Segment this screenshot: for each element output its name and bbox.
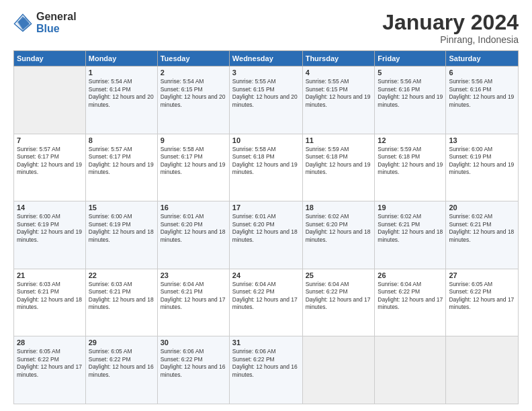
day-info: Sunrise: 6:06 AMSunset: 6:22 PMDaylight:…: [161, 348, 226, 377]
logo: General Blue: [13, 11, 77, 34]
day-info: Sunrise: 6:05 AMSunset: 6:22 PMDaylight:…: [449, 281, 514, 310]
day-number: 4: [306, 68, 372, 77]
day-cell: [14, 66, 86, 134]
logo-text: General Blue: [36, 11, 77, 34]
day-info: Sunrise: 6:04 AMSunset: 6:21 PMDaylight:…: [161, 281, 226, 310]
day-number: 20: [449, 203, 515, 212]
week-row-3: 14 Sunrise: 6:00 AMSunset: 6:19 PMDaylig…: [14, 201, 519, 269]
day-info: Sunrise: 5:54 AMSunset: 6:15 PMDaylight:…: [161, 78, 226, 107]
day-cell: 24 Sunrise: 6:04 AMSunset: 6:22 PMDaylig…: [229, 269, 302, 336]
day-cell: 7 Sunrise: 5:57 AMSunset: 6:17 PMDayligh…: [14, 134, 86, 201]
logo-icon: [13, 13, 32, 32]
day-info: Sunrise: 5:56 AMSunset: 6:16 PMDaylight:…: [449, 78, 514, 107]
day-number: 11: [306, 136, 372, 144]
day-cell: 13 Sunrise: 6:00 AMSunset: 6:19 PMDaylig…: [446, 134, 519, 201]
day-cell: 8 Sunrise: 5:57 AMSunset: 6:17 PMDayligh…: [85, 134, 157, 201]
day-info: Sunrise: 6:04 AMSunset: 6:22 PMDaylight:…: [306, 281, 371, 310]
calendar-body: 1 Sunrise: 5:54 AMSunset: 6:14 PMDayligh…: [14, 66, 519, 404]
day-number: 14: [17, 203, 83, 212]
day-info: Sunrise: 6:01 AMSunset: 6:20 PMDaylight:…: [161, 213, 226, 242]
day-cell: 29 Sunrise: 6:05 AMSunset: 6:22 PMDaylig…: [85, 336, 157, 404]
day-info: Sunrise: 5:55 AMSunset: 6:15 PMDaylight:…: [306, 78, 371, 107]
day-number: 19: [378, 203, 443, 212]
day-info: Sunrise: 5:59 AMSunset: 6:18 PMDaylight:…: [378, 146, 443, 175]
calendar-header: Sunday Monday Tuesday Wednesday Thursday…: [14, 51, 519, 66]
week-row-5: 28 Sunrise: 6:05 AMSunset: 6:22 PMDaylig…: [14, 336, 519, 404]
day-cell: 9 Sunrise: 5:58 AMSunset: 6:17 PMDayligh…: [157, 134, 229, 201]
day-cell: 10 Sunrise: 5:58 AMSunset: 6:18 PMDaylig…: [229, 134, 302, 201]
day-number: 15: [89, 203, 154, 212]
day-cell: 6 Sunrise: 5:56 AMSunset: 6:16 PMDayligh…: [446, 66, 519, 134]
day-number: 22: [89, 271, 154, 279]
day-number: 23: [161, 271, 226, 279]
header-row: Sunday Monday Tuesday Wednesday Thursday…: [14, 51, 519, 66]
day-cell: [302, 336, 375, 404]
day-info: Sunrise: 5:58 AMSunset: 6:17 PMDaylight:…: [161, 146, 226, 175]
day-cell: [375, 336, 446, 404]
day-number: 18: [306, 203, 372, 212]
day-info: Sunrise: 6:02 AMSunset: 6:21 PMDaylight:…: [449, 213, 514, 242]
week-row-2: 7 Sunrise: 5:57 AMSunset: 6:17 PMDayligh…: [14, 134, 519, 201]
day-cell: 17 Sunrise: 6:01 AMSunset: 6:20 PMDaylig…: [229, 201, 302, 269]
day-number: 7: [17, 136, 83, 144]
day-info: Sunrise: 5:55 AMSunset: 6:15 PMDaylight:…: [232, 78, 298, 107]
day-info: Sunrise: 5:57 AMSunset: 6:17 PMDaylight:…: [89, 146, 154, 175]
day-cell: 5 Sunrise: 5:56 AMSunset: 6:16 PMDayligh…: [375, 66, 446, 134]
col-friday: Friday: [375, 51, 446, 66]
day-cell: 23 Sunrise: 6:04 AMSunset: 6:21 PMDaylig…: [157, 269, 229, 336]
day-info: Sunrise: 6:03 AMSunset: 6:21 PMDaylight:…: [89, 281, 154, 310]
day-info: Sunrise: 6:00 AMSunset: 6:19 PMDaylight:…: [449, 146, 514, 175]
day-cell: 18 Sunrise: 6:02 AMSunset: 6:20 PMDaylig…: [302, 201, 375, 269]
day-number: 9: [161, 136, 226, 144]
day-info: Sunrise: 6:00 AMSunset: 6:19 PMDaylight:…: [17, 213, 82, 242]
day-cell: 16 Sunrise: 6:01 AMSunset: 6:20 PMDaylig…: [157, 201, 229, 269]
day-number: 16: [161, 203, 226, 212]
day-cell: [446, 336, 519, 404]
day-number: 21: [17, 271, 83, 279]
logo-general: General: [36, 11, 77, 23]
col-saturday: Saturday: [446, 51, 519, 66]
day-number: 27: [449, 271, 515, 279]
day-info: Sunrise: 6:03 AMSunset: 6:21 PMDaylight:…: [17, 281, 82, 310]
day-info: Sunrise: 6:04 AMSunset: 6:22 PMDaylight:…: [378, 281, 443, 310]
day-info: Sunrise: 6:06 AMSunset: 6:22 PMDaylight:…: [232, 348, 298, 377]
day-number: 12: [378, 136, 443, 144]
day-number: 5: [378, 68, 443, 77]
day-cell: 21 Sunrise: 6:03 AMSunset: 6:21 PMDaylig…: [14, 269, 86, 336]
day-number: 30: [161, 338, 226, 347]
day-number: 17: [232, 203, 300, 212]
day-number: 31: [232, 338, 300, 347]
day-cell: 28 Sunrise: 6:05 AMSunset: 6:22 PMDaylig…: [14, 336, 86, 404]
calendar-table: Sunday Monday Tuesday Wednesday Thursday…: [13, 50, 519, 404]
day-info: Sunrise: 6:04 AMSunset: 6:22 PMDaylight:…: [232, 281, 298, 310]
day-cell: 4 Sunrise: 5:55 AMSunset: 6:15 PMDayligh…: [302, 66, 375, 134]
day-cell: 14 Sunrise: 6:00 AMSunset: 6:19 PMDaylig…: [14, 201, 86, 269]
day-cell: 31 Sunrise: 6:06 AMSunset: 6:22 PMDaylig…: [229, 336, 302, 404]
day-number: 13: [449, 136, 515, 144]
day-info: Sunrise: 6:02 AMSunset: 6:21 PMDaylight:…: [378, 213, 443, 242]
day-number: 29: [89, 338, 154, 347]
day-cell: 20 Sunrise: 6:02 AMSunset: 6:21 PMDaylig…: [446, 201, 519, 269]
day-number: 2: [161, 68, 226, 77]
col-wednesday: Wednesday: [229, 51, 302, 66]
col-tuesday: Tuesday: [157, 51, 229, 66]
day-info: Sunrise: 5:54 AMSunset: 6:14 PMDaylight:…: [89, 78, 154, 107]
day-info: Sunrise: 6:05 AMSunset: 6:22 PMDaylight:…: [89, 348, 154, 377]
col-thursday: Thursday: [302, 51, 375, 66]
logo-blue: Blue: [36, 23, 77, 35]
day-number: 25: [306, 271, 372, 279]
day-number: 8: [89, 136, 154, 144]
day-cell: 25 Sunrise: 6:04 AMSunset: 6:22 PMDaylig…: [302, 269, 375, 336]
day-cell: 22 Sunrise: 6:03 AMSunset: 6:21 PMDaylig…: [85, 269, 157, 336]
day-number: 10: [232, 136, 300, 144]
calendar-page: General Blue January 2024 Pinrang, Indon…: [0, 0, 532, 411]
day-cell: 19 Sunrise: 6:02 AMSunset: 6:21 PMDaylig…: [375, 201, 446, 269]
day-info: Sunrise: 6:05 AMSunset: 6:22 PMDaylight:…: [17, 348, 82, 377]
day-cell: 30 Sunrise: 6:06 AMSunset: 6:22 PMDaylig…: [157, 336, 229, 404]
day-number: 24: [232, 271, 300, 279]
day-cell: 15 Sunrise: 6:00 AMSunset: 6:19 PMDaylig…: [85, 201, 157, 269]
day-cell: 26 Sunrise: 6:04 AMSunset: 6:22 PMDaylig…: [375, 269, 446, 336]
day-cell: 1 Sunrise: 5:54 AMSunset: 6:14 PMDayligh…: [85, 66, 157, 134]
col-monday: Monday: [85, 51, 157, 66]
day-number: 1: [89, 68, 154, 77]
